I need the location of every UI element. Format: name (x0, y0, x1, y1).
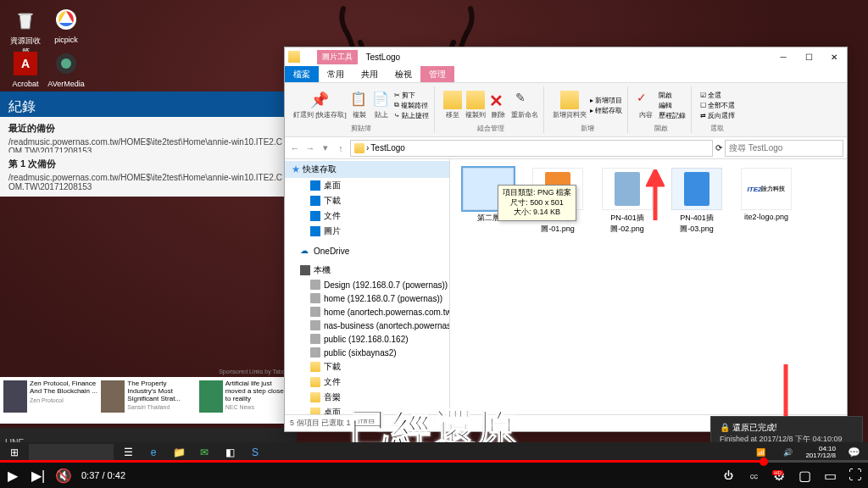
nav-item[interactable]: Design (192.168.0.7 (powernas)) (285, 278, 449, 291)
miniplayer-button[interactable]: ▢ (792, 463, 817, 488)
desktop-icon-label: picpick (54, 36, 78, 44)
folder-icon (288, 51, 300, 63)
minimize-button[interactable]: ─ (771, 47, 796, 66)
settings-button[interactable]: ⚙HD (766, 463, 792, 488)
tab-manage[interactable]: 管理 (420, 66, 454, 82)
desktop-icon-acrobat[interactable]: A Acrobat (7, 49, 44, 88)
pin-button[interactable]: 📌釘選到 [快速存取] (293, 91, 347, 119)
copy-path-button[interactable]: ⧉ 複製路徑 (394, 101, 429, 110)
tb-app[interactable]: ✉ (192, 443, 217, 462)
play-button[interactable]: ▶ (0, 463, 25, 488)
nav-item[interactable]: 下載 (285, 359, 449, 374)
history-button[interactable]: 歷程記錄 (659, 111, 686, 120)
nav-quick-access[interactable]: ★ 快速存取 (285, 161, 449, 178)
titlebar: . 圖片工具 TestLogo ─ ☐ ✕ (285, 47, 847, 66)
nav-item[interactable]: home (192.168.0.7 (powernas)) (285, 291, 449, 305)
nav-recent[interactable]: ▾ (319, 141, 332, 155)
paste-shortcut-button[interactable]: ⤷ 貼上捷徑 (394, 111, 429, 120)
task-view[interactable]: ☰ (115, 443, 141, 462)
start-button[interactable]: ⊞ (2, 443, 27, 462)
refresh-button[interactable]: ⟳ (715, 143, 722, 152)
annotation-arrow (646, 169, 665, 220)
tb-app[interactable]: e (141, 443, 166, 462)
easy-access-button[interactable]: ▸ 輕鬆存取 (590, 106, 622, 115)
edit-button[interactable]: 編輯 (659, 101, 686, 110)
news-item[interactable]: Zen Protocol, Finance And The Blockchain… (3, 380, 97, 420)
select-none-button[interactable]: ☐ 全部不選 (700, 101, 735, 110)
nav-item[interactable]: 下載 (285, 193, 449, 208)
new-item-button[interactable]: ▸ 新增項目 (590, 96, 622, 105)
window-title: TestLogo (366, 53, 401, 62)
file-png[interactable]: PN-401插圖-03.png 項目類型: PNG 檔案 尺寸: 500 x 5… (667, 168, 726, 235)
tb-app[interactable]: S (242, 443, 268, 462)
backup-first: 第 1 次備份 /readmusic.powernas.com.tw/HOME$… (0, 152, 297, 197)
video-player-bar: ▶ ▶| 🔇 0:37 / 0:42 ⏻ ㏄ ⚙HD ▢ ▭ ⛶ (0, 463, 868, 488)
copyto-button[interactable]: 複製到 (465, 91, 486, 119)
nav-thispc[interactable]: 本機 (285, 263, 449, 278)
new-folder-button[interactable]: 新增資料夾 (553, 91, 587, 119)
next-button[interactable]: ▶| (25, 463, 51, 488)
nav-item[interactable]: 圖片 (285, 224, 449, 239)
nav-back[interactable]: ← (288, 141, 302, 155)
properties-button[interactable]: ✓內容 (637, 91, 655, 119)
nav-item[interactable]: 文件 (285, 208, 449, 224)
mute-button[interactable]: 🔇 (51, 463, 76, 488)
cut-button[interactable]: ✂ 剪下 (394, 91, 429, 100)
desktop-icon-label: Acrobat (12, 80, 38, 88)
invert-select-button[interactable]: ⇄ 反向選擇 (700, 111, 735, 120)
maximize-button[interactable]: ☐ (796, 47, 821, 66)
select-all-button[interactable]: ☑ 全選 (700, 91, 735, 100)
tab-home[interactable]: 常用 (319, 66, 353, 82)
tab-file[interactable]: 檔案 (285, 66, 319, 82)
ribbon-tabs: 檔案 常用 共用 檢視 管理 (285, 66, 847, 83)
nav-item[interactable]: 文件 (285, 374, 449, 390)
nav-onedrive[interactable]: ☁OneDrive (285, 244, 449, 258)
nav-item[interactable]: nas-business (anortech.powernas.com.tw (… (285, 319, 449, 332)
theater-button[interactable]: ▭ (817, 463, 843, 488)
progress-bar[interactable] (0, 460, 868, 463)
news-item[interactable]: Artificial life just moved a step closer… (199, 380, 293, 420)
fullscreen-button[interactable]: ⛶ (843, 463, 868, 488)
address-bar: ← → ▾ ↑ › TestLogo ⟳ (285, 137, 847, 159)
nav-pane[interactable]: ★ 快速存取 桌面 下載 文件 圖片 ☁OneDrive 本機 Design (… (285, 159, 450, 414)
tab-view[interactable]: 檢視 (387, 66, 420, 82)
rename-button[interactable]: ✎重新命名 (511, 91, 538, 119)
svg-point-2 (61, 58, 71, 69)
desktop-icon-label: AVerMedia (47, 80, 84, 88)
nav-fwd[interactable]: → (303, 141, 317, 155)
file-png[interactable]: ITE2詮力科技 ite2-logo.png (737, 168, 796, 221)
tray-icon[interactable]: 🔊 (775, 443, 800, 462)
desktop-icon-aver[interactable]: AVerMedia (47, 49, 85, 88)
file-tooltip: 項目類型: PNG 檔案 尺寸: 500 x 501 大小: 9.14 KB (498, 185, 576, 221)
explorer-window: . 圖片工具 TestLogo ─ ☐ ✕ 檔案 常用 共用 檢視 管理 📌釘選… (284, 47, 848, 432)
desktop-icon-picpick[interactable]: picpick (47, 5, 85, 44)
moveto-button[interactable]: 移至 (443, 91, 462, 119)
ribbon: 📌釘選到 [快速存取] 📋複製 📄貼上 ✂ 剪下 ⧉ 複製路徑 ⤷ 貼上捷徑 剪… (285, 83, 847, 137)
nav-item[interactable]: home (anortech.powernas.com.tw (powernas… (285, 305, 449, 319)
nav-item[interactable]: public (192.168.0.162) (285, 332, 449, 346)
taskbar-search[interactable] (29, 444, 114, 461)
tb-app[interactable]: 📁 (166, 443, 192, 462)
news-item[interactable]: The Property Industry's Most Significant… (101, 380, 195, 420)
tab-share[interactable]: 共用 (353, 66, 387, 82)
tb-app[interactable]: ◧ (217, 443, 242, 462)
news-strip: Sponsored Links by Taboola Zen Protocol,… (0, 377, 297, 424)
search-input[interactable] (725, 140, 843, 157)
close-button[interactable]: ✕ (821, 47, 847, 66)
open-button[interactable]: 開啟 (659, 91, 686, 100)
breadcrumb[interactable]: › TestLogo (350, 140, 713, 157)
paste-button[interactable]: 📄貼上 (372, 91, 391, 119)
nav-item[interactable]: 桌面 (285, 178, 449, 193)
time-display: 0:37 / 0:42 (81, 470, 125, 480)
context-tab-label: 圖片工具 (317, 50, 358, 64)
backup-title: 紀錄 (8, 98, 288, 116)
delete-button[interactable]: ✕刪除 (489, 91, 508, 119)
nav-item[interactable]: public (sixbaynas2) (285, 346, 449, 359)
copy-button[interactable]: 📋複製 (350, 91, 369, 119)
autoplay-toggle[interactable]: ⏻ (715, 463, 741, 488)
notifications-button[interactable]: 💬 (841, 443, 866, 462)
captions-button[interactable]: ㏄ (741, 463, 766, 488)
nav-up[interactable]: ↑ (334, 141, 348, 155)
taskbar-clock[interactable]: 04:10 2017/12/8 (802, 446, 839, 459)
